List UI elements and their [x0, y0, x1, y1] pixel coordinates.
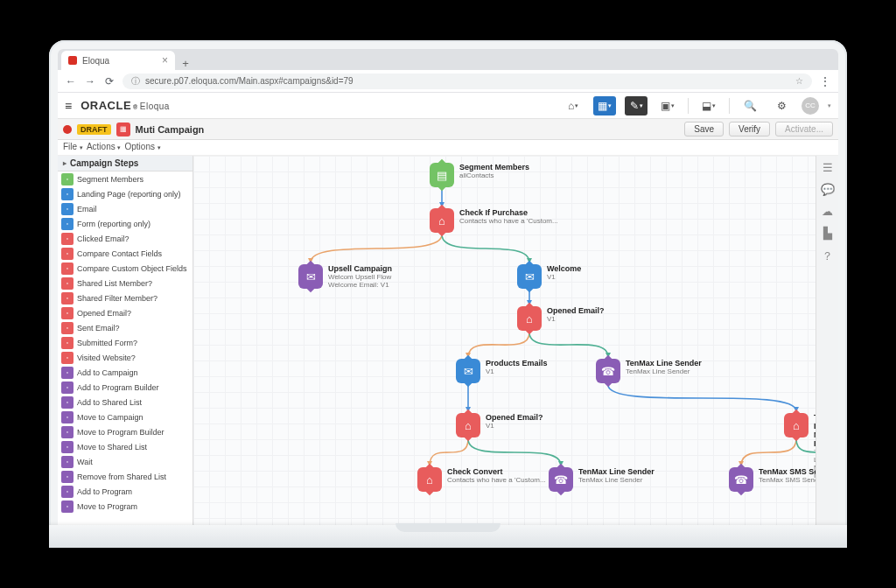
reload-icon[interactable]: ⟳: [103, 75, 116, 88]
laptop-base: [49, 525, 847, 548]
node-icon: ⌂: [430, 208, 454, 233]
step-icon: ▫: [61, 396, 74, 409]
node-icon: ✉: [456, 359, 480, 383]
sidebar-item[interactable]: ▫Add to Shared List: [58, 395, 192, 410]
search-icon[interactable]: 🔍: [738, 96, 761, 116]
save-button[interactable]: Save: [684, 122, 724, 136]
sidebar-item[interactable]: ▫Compare Contact Fields: [58, 246, 192, 261]
title-bar: DRAFT ▦ Muti Campaign Save Verify Activa…: [58, 119, 838, 140]
chart-menu[interactable]: ⬓▾: [697, 96, 720, 116]
sidebar-item[interactable]: ▫Shared List Member?: [58, 276, 192, 290]
step-icon: ▫: [61, 367, 74, 379]
sidebar-item[interactable]: ▫Move to Program Builder: [58, 424, 192, 439]
sidebar-header[interactable]: ▸ Campaign Steps: [58, 156, 192, 172]
verify-button[interactable]: Verify: [729, 122, 770, 136]
step-icon: ▫: [61, 411, 74, 424]
sidebar-item[interactable]: ▫Form (reporting only): [58, 216, 192, 231]
menu-file[interactable]: File ▾: [63, 142, 83, 153]
settings-icon[interactable]: ⚙: [770, 96, 793, 116]
step-icon: ▫: [61, 426, 74, 438]
lock-icon: ⓘ: [131, 75, 140, 88]
browser-tabbar: Eloqua × +: [58, 49, 838, 70]
step-icon: ▫: [61, 262, 74, 275]
canvas-node[interactable]: ⌂Check If PurchaseContacts who have a 'C…: [430, 208, 558, 233]
chat-icon[interactable]: 💬: [821, 183, 835, 196]
sidebar-item[interactable]: ▫Wait: [58, 454, 192, 469]
step-icon: ▫: [61, 248, 74, 260]
node-icon: ⌂: [417, 467, 442, 492]
step-icon: ▫: [61, 218, 74, 230]
tab-title: Eloqua: [82, 56, 109, 66]
laptop-frame: Eloqua × + ← → ⟳ ⓘ secure.p07.eloqua.com…: [49, 40, 847, 548]
avatar[interactable]: CC: [802, 97, 819, 115]
activate-button[interactable]: Activate...: [775, 122, 833, 136]
brand-logo: ORACLE® Eloqua: [80, 99, 170, 112]
assets-menu[interactable]: ✎▾: [625, 96, 648, 116]
step-icon: ▫: [61, 292, 74, 304]
sidebar-item[interactable]: ▫Add to Program Builder: [58, 380, 192, 395]
node-icon: ✉: [517, 264, 542, 289]
step-icon: ▫: [61, 188, 74, 200]
hamburger-icon[interactable]: ≡: [65, 99, 72, 113]
canvas-node[interactable]: ✉Products EmailsV1: [456, 359, 548, 383]
canvas-node[interactable]: ⌂Check ConvertContacts who have a 'Custo…: [417, 467, 546, 492]
home-menu[interactable]: ⌂▾: [562, 96, 584, 116]
analytics-icon[interactable]: ▙: [823, 227, 832, 240]
canvas-node[interactable]: ☎TenMax Line SenderTenMax Line Sender: [596, 359, 702, 383]
sidebar-item[interactable]: ▫Shared Filter Member?: [58, 290, 192, 305]
node-icon: ⌂: [784, 413, 808, 438]
canvas-node[interactable]: ▤Segment MembersallContacts: [430, 163, 529, 187]
sidebar-item[interactable]: ▫Submitted Form?: [58, 335, 192, 350]
menu-bar: File ▾Actions ▾Options ▾: [58, 140, 838, 156]
node-icon: ▤: [430, 163, 454, 187]
step-icon: ▫: [61, 471, 74, 483]
sidebar-item[interactable]: ▫Opened Email?: [58, 305, 192, 320]
list-icon[interactable]: ☰: [822, 161, 833, 174]
sidebar-item[interactable]: ▫Segment Members: [58, 172, 192, 186]
help-icon[interactable]: ？: [822, 248, 833, 264]
sidebar-item[interactable]: ▫Compare Custom Object Fields: [58, 261, 192, 276]
menu-actions[interactable]: Actions ▾: [87, 142, 122, 153]
sidebar-item[interactable]: ▫Add to Campaign: [58, 365, 192, 380]
step-icon: ▫: [61, 322, 74, 334]
back-icon[interactable]: ←: [65, 75, 77, 88]
sidebar-item[interactable]: ▫Remove from Shared List: [58, 469, 192, 484]
close-icon[interactable]: ×: [162, 54, 168, 66]
sidebar-item[interactable]: ▫Move to Program: [58, 499, 192, 514]
chevron-right-icon: ▸: [63, 159, 66, 167]
forward-icon[interactable]: →: [84, 75, 96, 88]
new-tab-button[interactable]: +: [178, 56, 192, 70]
image-menu[interactable]: ▣▾: [656, 96, 679, 116]
node-icon: ☎: [596, 359, 620, 383]
canvas-node[interactable]: ✉WelcomeV1: [517, 264, 581, 289]
sidebar-item[interactable]: ▫Add to Program: [58, 484, 192, 499]
address-bar[interactable]: ⓘ secure.p07.eloqua.com/Main.aspx#campai…: [122, 74, 812, 89]
segment-menu[interactable]: ▦▾: [593, 96, 616, 116]
sidebar-item[interactable]: ▫Move to Campaign: [58, 410, 192, 424]
bookmark-icon[interactable]: ☆: [795, 76, 803, 86]
campaign-canvas[interactable]: ▤Segment MembersallContacts⌂Check If Pur…: [193, 156, 838, 548]
step-icon: ▫: [61, 307, 74, 319]
sidebar-item[interactable]: ▫Email: [58, 201, 192, 216]
sidebar-item[interactable]: ▫Sent Email?: [58, 320, 192, 335]
browser-tab[interactable]: Eloqua ×: [61, 51, 175, 70]
right-rail: ☰ 💬 ☁ ▙ ？: [816, 156, 838, 548]
step-icon: ▫: [61, 337, 74, 349]
canvas-node[interactable]: ⌂Opened Email?V1: [517, 306, 605, 331]
cloud-icon[interactable]: ☁: [822, 205, 833, 218]
sidebar-item[interactable]: ▫Clicked Email?: [58, 231, 192, 246]
step-icon: ▫: [61, 203, 74, 215]
canvas-node[interactable]: ☎TenMax Line SenderTenMax Line Sender: [549, 467, 654, 492]
canvas-node[interactable]: ⌂Opened Email?V1: [456, 413, 543, 438]
menu-options[interactable]: Options ▾: [124, 142, 160, 153]
node-icon: ⌂: [456, 413, 480, 438]
step-icon: ▫: [61, 382, 74, 394]
canvas-node[interactable]: ✉Upsell CampaignWelcom Upsell FlowWelcom…: [298, 264, 392, 289]
sidebar-item[interactable]: ▫Visited Website?: [58, 350, 192, 365]
node-icon: ✉: [298, 264, 323, 289]
step-icon: ▫: [61, 456, 74, 468]
sidebar-item[interactable]: ▫Move to Shared List: [58, 439, 192, 454]
browser-menu-icon[interactable]: ⋮: [819, 74, 831, 88]
sidebar-item[interactable]: ▫Landing Page (reporting only): [58, 186, 192, 201]
node-icon: ☎: [549, 467, 573, 492]
